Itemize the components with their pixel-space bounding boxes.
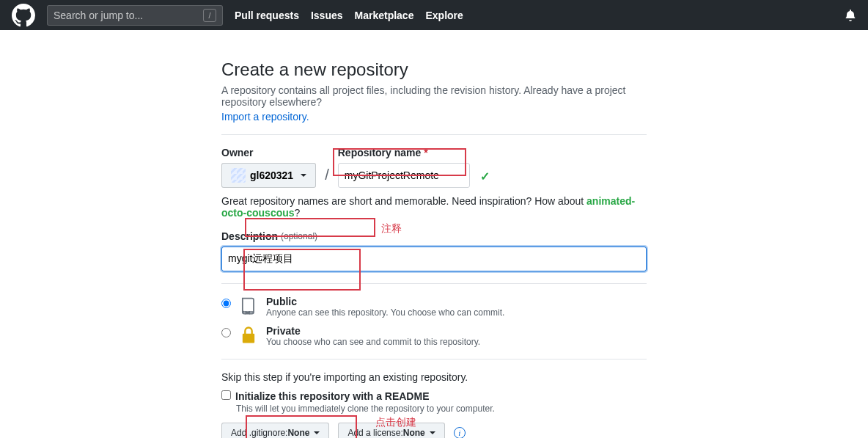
private-radio[interactable]	[221, 328, 231, 337]
caret-down-icon	[314, 431, 320, 434]
search-input[interactable]: Search or jump to... /	[47, 5, 223, 26]
page-title: Create a new repository	[221, 59, 647, 80]
nav-explore[interactable]: Explore	[425, 10, 463, 21]
annotation-text: 点击创建	[375, 416, 416, 429]
slash-key-icon: /	[203, 9, 216, 22]
repo-name-input[interactable]	[338, 163, 470, 188]
skip-text: Skip this step if you're importing an ex…	[221, 371, 647, 383]
owner-label: Owner	[221, 147, 316, 158]
visibility-public[interactable]: Public Anyone can see this repository. Y…	[221, 296, 647, 318]
readme-label: Initialize this repository with a README	[235, 390, 429, 402]
top-nav: Pull requests Issues Marketplace Explore	[235, 10, 463, 21]
owner-value: gl620321	[250, 169, 293, 181]
divider	[221, 134, 647, 135]
nav-issues[interactable]: Issues	[311, 10, 343, 21]
repo-icon	[238, 296, 259, 316]
slash-separator: /	[322, 167, 332, 188]
visibility-private[interactable]: Private You choose who can see and commi…	[221, 325, 647, 347]
lock-icon	[238, 325, 259, 346]
name-tip: Great repository names are short and mem…	[221, 195, 647, 219]
divider	[221, 283, 647, 284]
gitignore-select[interactable]: Add .gitignore: None	[221, 423, 329, 438]
nav-pull-requests[interactable]: Pull requests	[235, 10, 299, 21]
description-input[interactable]	[221, 247, 647, 271]
annotation-text: 注释	[381, 222, 402, 236]
nav-marketplace[interactable]: Marketplace	[355, 10, 414, 21]
readme-checkbox[interactable]	[221, 390, 231, 400]
owner-select[interactable]: gl620321	[221, 163, 316, 188]
info-icon[interactable]: i	[454, 427, 466, 438]
github-logo-icon[interactable]	[12, 4, 35, 27]
public-radio[interactable]	[221, 299, 231, 308]
caret-down-icon	[301, 174, 306, 177]
divider	[221, 359, 647, 359]
description-label: Description(optional)	[221, 230, 647, 242]
caret-down-icon	[430, 431, 435, 434]
main-content: Create a new repository A repository con…	[221, 30, 647, 438]
page-subhead: A repository contains all project files,…	[221, 84, 647, 108]
readme-sub: This will let you immediately clone the …	[236, 404, 647, 414]
avatar-icon	[231, 168, 246, 183]
top-header: Search or jump to... / Pull requests Iss…	[0, 0, 868, 30]
check-icon: ✓	[480, 169, 490, 183]
import-link[interactable]: Import a repository.	[221, 111, 309, 123]
repo-name-label: Repository name*	[338, 147, 470, 158]
search-placeholder: Search or jump to...	[54, 10, 203, 21]
bell-icon[interactable]	[845, 10, 856, 21]
